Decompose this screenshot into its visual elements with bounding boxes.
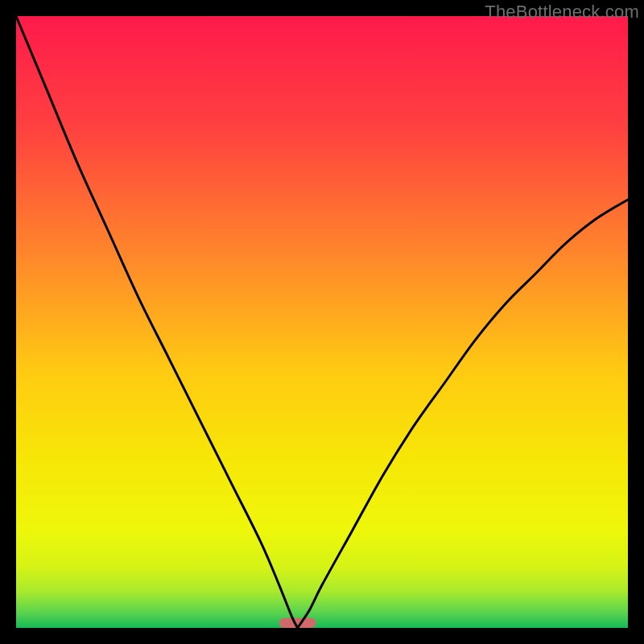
gradient-background xyxy=(16,16,628,628)
watermark-text: TheBottleneck.com xyxy=(485,2,639,23)
chart-svg xyxy=(16,16,628,628)
chart-frame xyxy=(16,16,628,628)
